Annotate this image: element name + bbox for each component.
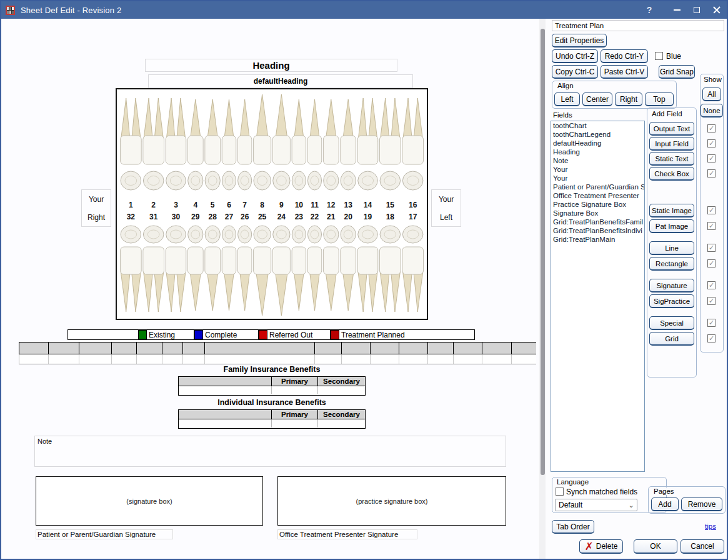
- signature-label-field[interactable]: Patient or Parent/Guardian Signature: [36, 529, 173, 539]
- show-checkbox-static-text[interactable]: ✓: [707, 154, 716, 162]
- synch-matched-fields-checkbox[interactable]: [556, 488, 564, 496]
- add-field-pat-image-button[interactable]: Pat Image: [649, 219, 694, 233]
- undo-button[interactable]: Undo Ctrl-Z: [552, 49, 598, 63]
- tooth-chart-field[interactable]: 1322313304295286277268259241023112212211…: [116, 88, 428, 320]
- main-grid-header-cell: [79, 342, 112, 354]
- show-all-button[interactable]: All: [702, 88, 721, 101]
- fields-list-item[interactable]: defaultHeading: [551, 139, 644, 148]
- pages-remove-button[interactable]: Remove: [681, 498, 722, 511]
- help-button[interactable]: ?: [639, 1, 659, 19]
- main-grid-header-row: [19, 342, 536, 354]
- fields-list-item[interactable]: Practice Signature Box: [551, 200, 644, 209]
- note-field[interactable]: Note: [34, 436, 506, 467]
- show-none-button[interactable]: None: [701, 104, 723, 118]
- svg-text:20: 20: [344, 212, 353, 221]
- treatplan-main-grid-field[interactable]: [19, 342, 536, 365]
- fields-list-item[interactable]: Your: [551, 174, 644, 182]
- add-field-static-text-button[interactable]: Static Text: [649, 152, 694, 166]
- your-right-field[interactable]: Your Right: [81, 189, 111, 227]
- fields-list-item[interactable]: Heading: [551, 148, 644, 156]
- svg-text:8: 8: [260, 201, 264, 209]
- minimize-button[interactable]: [667, 1, 687, 19]
- tab-order-button[interactable]: Tab Order: [552, 520, 594, 534]
- add-field-special-button[interactable]: Special: [649, 316, 694, 330]
- show-checkbox-special[interactable]: ✓: [707, 319, 716, 327]
- add-field-signature-button[interactable]: Signature: [649, 279, 694, 292]
- add-field-rectangle-button[interactable]: Rectangle: [649, 257, 694, 271]
- scrollbar-thumb[interactable]: [541, 29, 545, 475]
- default-heading-field[interactable]: defaultHeading: [148, 74, 413, 88]
- align-center-button[interactable]: Center: [582, 92, 612, 106]
- main-grid-cell: [183, 354, 205, 364]
- fields-list-item[interactable]: Grid:TreatPlanBenefitsIndivi: [551, 226, 644, 235]
- cancel-button[interactable]: Cancel: [681, 539, 724, 554]
- sheet-description: Treatment Plan: [552, 20, 724, 31]
- fields-listbox[interactable]: toothCharttoothChartLegenddefaultHeading…: [551, 121, 645, 472]
- language-select[interactable]: Default ⌄: [555, 499, 637, 511]
- main-grid-header-cell: [454, 342, 482, 354]
- close-button[interactable]: [707, 1, 727, 19]
- vertical-scrollbar[interactable]: [539, 19, 546, 559]
- show-checkbox-pat-image[interactable]: ✓: [707, 222, 716, 230]
- fields-list-item[interactable]: Office Treatment Presenter: [551, 191, 644, 200]
- show-group-label: Show: [702, 76, 723, 83]
- svg-text:18: 18: [386, 212, 395, 221]
- delete-button[interactable]: ✗ Delete: [579, 539, 623, 554]
- pages-group-label: Pages: [652, 488, 676, 495]
- fields-list-item[interactable]: Note: [551, 156, 644, 165]
- fields-list-item[interactable]: Patient or Parent/Guardian S: [551, 182, 644, 191]
- show-checkbox-output-text[interactable]: ✓: [707, 124, 716, 132]
- show-checkbox-signature[interactable]: ✓: [707, 281, 716, 289]
- show-checkbox-check-box[interactable]: ✓: [707, 169, 716, 178]
- svg-text:26: 26: [241, 212, 249, 221]
- show-checkbox-rectangle[interactable]: ✓: [707, 259, 716, 268]
- maximize-button[interactable]: [687, 1, 707, 19]
- family-benefits-grid-field[interactable]: PrimarySecondary: [178, 376, 366, 396]
- align-right-button[interactable]: Right: [615, 92, 642, 106]
- show-checkbox-grid[interactable]: ✓: [707, 334, 716, 342]
- fields-list-item[interactable]: toothChart: [551, 121, 644, 130]
- add-field-grid-button[interactable]: Grid: [649, 332, 694, 346]
- benefits-cell: [318, 419, 365, 428]
- add-field-input-field-button[interactable]: Input Field: [649, 137, 694, 151]
- add-field-line-button[interactable]: Line: [649, 241, 694, 255]
- pages-add-button[interactable]: Add: [651, 498, 679, 511]
- redo-button[interactable]: Redo Ctrl-Y: [601, 49, 648, 63]
- show-checkbox-line[interactable]: ✓: [707, 244, 716, 252]
- main-grid-header-cell: [315, 342, 342, 354]
- heading-field[interactable]: Heading: [145, 59, 397, 72]
- copy-button[interactable]: Copy Ctrl-C: [552, 65, 598, 79]
- svg-text:11: 11: [311, 201, 319, 209]
- benefits-header-row: PrimarySecondary: [179, 410, 365, 419]
- your-left-field[interactable]: Your Left: [431, 189, 461, 227]
- show-checkbox-sigpractice[interactable]: ✓: [707, 297, 716, 305]
- show-checkbox-static-image[interactable]: ✓: [707, 206, 716, 214]
- main-grid-cell: [79, 354, 112, 364]
- align-left-button[interactable]: Left: [554, 92, 580, 106]
- ok-button[interactable]: OK: [634, 539, 677, 554]
- paste-button[interactable]: Paste Ctrl-V: [601, 65, 648, 79]
- add-field-static-image-button[interactable]: Static Image: [649, 204, 694, 218]
- practice-signature-label-field[interactable]: Office Treatment Presenter Signature: [277, 529, 417, 539]
- fields-list-item[interactable]: Your: [551, 165, 644, 174]
- add-field-sigpractice-button[interactable]: SigPractice: [649, 294, 694, 308]
- practice-signature-box-field[interactable]: (practice signature box): [277, 476, 506, 526]
- main-grid-header-cell: [162, 342, 183, 354]
- fields-list-item[interactable]: toothChartLegend: [551, 130, 644, 139]
- tips-link[interactable]: tips: [705, 522, 716, 530]
- add-field-check-box-button[interactable]: Check Box: [649, 167, 694, 181]
- show-checkbox-input-field[interactable]: ✓: [707, 139, 716, 148]
- blue-checkbox[interactable]: [655, 52, 663, 60]
- edit-properties-button[interactable]: Edit Properties: [552, 34, 607, 48]
- fields-list-item[interactable]: Grid:TreatPlanMain: [551, 235, 644, 244]
- align-top-button[interactable]: Top: [645, 92, 674, 106]
- benefits-header-cell: [179, 410, 272, 419]
- fields-list-item[interactable]: Signature Box: [551, 209, 644, 218]
- grid-snap-button[interactable]: Grid Snap: [659, 65, 695, 79]
- signature-box-field[interactable]: (signature box): [36, 476, 263, 526]
- add-field-output-text-button[interactable]: Output Text: [649, 122, 694, 136]
- fields-list-item[interactable]: Grid:TreatPlanBenefitsFamil: [551, 218, 644, 226]
- individual-benefits-grid-field[interactable]: PrimarySecondary: [178, 409, 366, 429]
- tooth-chart-legend-field[interactable]: ExistingCompleteReferred OutTreatment Pl…: [67, 329, 475, 340]
- delete-x-icon: ✗: [585, 541, 594, 552]
